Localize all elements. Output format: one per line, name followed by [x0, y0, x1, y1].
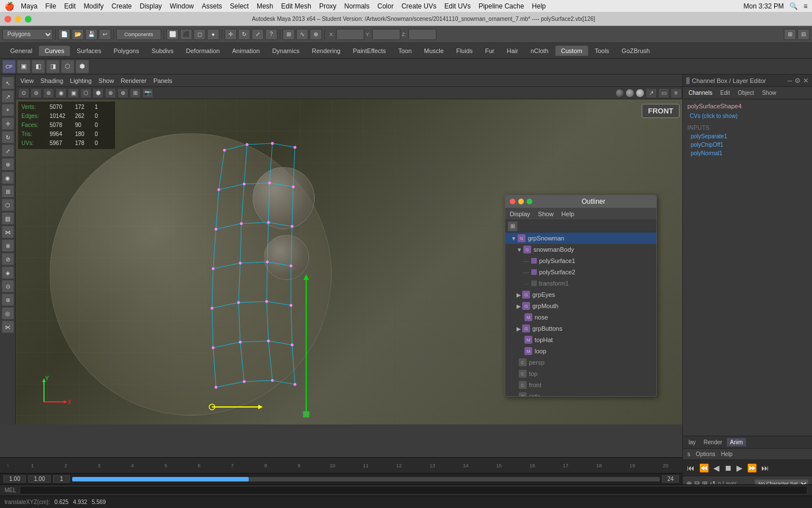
tool-15[interactable]: ◈: [2, 266, 14, 279]
scene-btn[interactable]: 📄: [58, 29, 70, 40]
tab-ncloth[interactable]: nCloth: [525, 46, 554, 56]
sel-mode-3[interactable]: ◻: [193, 29, 206, 40]
tab-hair[interactable]: Hair: [501, 46, 524, 56]
ol-arrow-grpSnowman[interactable]: ▼: [511, 235, 517, 242]
menu-edit[interactable]: Edit: [64, 2, 76, 10]
outliner-zoom[interactable]: [527, 199, 532, 204]
sel-mode-4[interactable]: ●: [207, 29, 219, 40]
tool-10[interactable]: ⬡: [2, 199, 14, 211]
vp-icon-7[interactable]: ⬢: [92, 88, 104, 98]
grid-btn[interactable]: ⊞: [784, 29, 796, 40]
tab-tools[interactable]: Tools: [589, 46, 615, 56]
vp-icon-sphere1[interactable]: [615, 89, 624, 98]
menu-maya[interactable]: Maya: [21, 2, 37, 10]
anim-tab-render[interactable]: Render: [700, 438, 726, 446]
ol-item-top[interactable]: C top: [505, 368, 656, 379]
snap-point[interactable]: ⊕: [310, 29, 322, 40]
undo-btn[interactable]: ↩: [99, 29, 111, 40]
anim-btn-end[interactable]: ⏭: [760, 463, 771, 472]
outliner-help-menu[interactable]: Help: [562, 211, 575, 217]
ol-item-loop[interactable]: M loop: [505, 345, 656, 357]
paint-sel-tool[interactable]: ↗: [2, 90, 14, 103]
vp-icon-5[interactable]: ▣: [68, 88, 79, 98]
minimize-button[interactable]: [15, 16, 21, 23]
cb-tab-object[interactable]: Object: [736, 89, 757, 97]
save-btn[interactable]: 💾: [85, 29, 98, 40]
vp-view-menu[interactable]: View: [20, 77, 34, 84]
icon-3[interactable]: ◨: [46, 60, 60, 73]
tab-deformation[interactable]: Deformation: [180, 46, 226, 56]
ol-arrow-grpButtons[interactable]: ▶: [517, 326, 521, 332]
search-icon[interactable]: 🔍: [789, 2, 798, 10]
sel-mode-2[interactable]: ⬛: [180, 29, 192, 40]
tool-9[interactable]: ⊞: [2, 185, 14, 198]
help-btn[interactable]: ?: [265, 29, 277, 40]
anim-btn-prev[interactable]: ⏪: [698, 463, 710, 472]
menu-edit-mesh[interactable]: Edit Mesh: [281, 2, 311, 10]
tool-16[interactable]: ⊙: [2, 280, 14, 292]
tool-18[interactable]: ◎: [2, 307, 14, 319]
menu-pipeline-cache[interactable]: Pipeline Cache: [479, 2, 524, 10]
menu-modify[interactable]: Modify: [83, 2, 103, 10]
vp-show-menu[interactable]: Show: [99, 77, 114, 84]
tool-19[interactable]: ⋉: [2, 321, 14, 333]
icon-5[interactable]: ⬢: [76, 60, 89, 73]
x-input[interactable]: [336, 29, 364, 40]
ol-item-side[interactable]: C side: [505, 391, 656, 396]
anim-tab-lay[interactable]: lay: [685, 438, 699, 446]
tab-polygons[interactable]: Polygons: [108, 46, 144, 56]
cb-settings[interactable]: ⚙: [795, 77, 801, 85]
vp-icon-more[interactable]: ≡: [670, 88, 682, 98]
anim-sub-help[interactable]: Help: [718, 450, 735, 458]
cb-tab-show[interactable]: Show: [760, 89, 778, 97]
ol-item-topHat[interactable]: M topHat: [505, 334, 656, 345]
move-tool[interactable]: ✛: [224, 29, 237, 40]
tab-fur[interactable]: Fur: [479, 46, 500, 56]
tool-14[interactable]: ⊘: [2, 253, 14, 265]
outliner-close[interactable]: [510, 199, 515, 204]
anim-sub-1[interactable]: s: [685, 450, 692, 458]
tool-7[interactable]: ⊕: [2, 158, 14, 170]
vp-icon-1[interactable]: ⊙: [18, 88, 29, 98]
menu-mesh[interactable]: Mesh: [257, 2, 273, 10]
tab-muscle[interactable]: Muscle: [418, 46, 449, 56]
scale-tool-side[interactable]: ⤢: [2, 144, 14, 157]
tl-ruler[interactable]: 1 2 3 4 5 6 7 8 9 10 11 12 13 14 15 16 1…: [16, 458, 682, 473]
select-tool[interactable]: ↖: [2, 77, 14, 89]
sel-mode-1[interactable]: ⬜: [166, 29, 179, 40]
menu-create-uvs[interactable]: Create UVs: [401, 2, 436, 10]
icon-4[interactable]: ⬡: [61, 60, 74, 73]
cb-input-1[interactable]: polySeparate1: [687, 132, 807, 141]
vp-panels-menu[interactable]: Panels: [153, 77, 173, 84]
tool-17[interactable]: ⊛: [2, 294, 14, 306]
tool-8[interactable]: ◉: [2, 172, 14, 184]
apple-menu[interactable]: 🍎: [5, 2, 14, 11]
menu-icon[interactable]: ≡: [804, 2, 807, 10]
tool-11[interactable]: ▨: [2, 212, 14, 225]
snap-grid[interactable]: ⊞: [283, 29, 295, 40]
ol-item-grpSnowman[interactable]: ▼ G grpSnowman: [505, 233, 656, 244]
vp-icon-4[interactable]: ◉: [55, 88, 67, 98]
menu-display[interactable]: Display: [140, 2, 162, 10]
menu-select[interactable]: Select: [230, 2, 249, 10]
components-btn[interactable]: Components: [116, 29, 161, 40]
tool-12[interactable]: ⋈: [2, 226, 14, 238]
vp-icon-9[interactable]: ⊕: [117, 88, 129, 98]
menu-normals[interactable]: Normals: [345, 2, 370, 10]
scale-tool[interactable]: ⤢: [251, 29, 264, 40]
menu-create[interactable]: Create: [112, 2, 132, 10]
menu-assets[interactable]: Assets: [202, 2, 222, 10]
cb-minimize[interactable]: ─: [787, 77, 792, 85]
tab-general[interactable]: General: [5, 46, 38, 56]
tool-13[interactable]: ⊗: [2, 239, 14, 252]
tab-subdivs[interactable]: Subdivs: [146, 46, 179, 56]
lasso-tool[interactable]: ⌖: [2, 104, 14, 116]
mel-input[interactable]: [20, 486, 807, 494]
tab-curves[interactable]: Curves: [39, 46, 70, 56]
vp-icon-2[interactable]: ⊚: [30, 88, 42, 98]
ol-arrow-grpMouth[interactable]: ▶: [517, 303, 521, 309]
menu-file[interactable]: File: [45, 2, 56, 10]
snap-curve[interactable]: ∿: [296, 29, 308, 40]
tab-toon[interactable]: Toon: [392, 46, 417, 56]
cb-tab-channels[interactable]: Channels: [686, 89, 714, 97]
